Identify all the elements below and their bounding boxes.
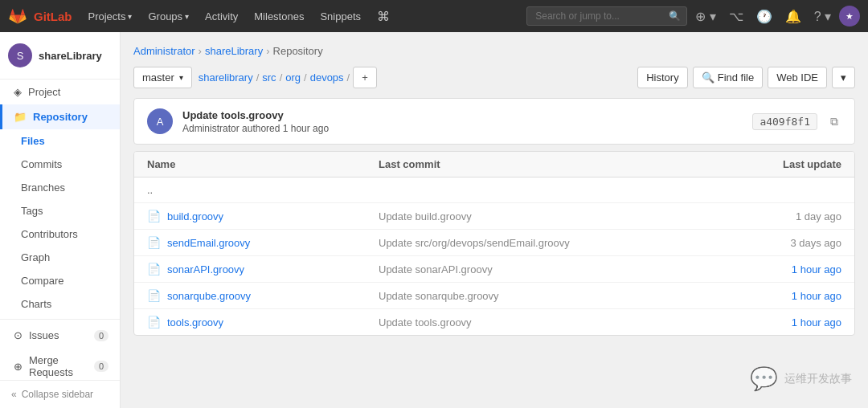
clock-icon[interactable]: 🕐	[751, 6, 777, 27]
file-commit-msg: Update sonarAPI.groovy	[379, 263, 726, 275]
add-file-button[interactable]: +	[353, 67, 377, 88]
avatar: S	[8, 43, 32, 67]
file-icon: 📄	[147, 210, 161, 222]
breadcrumb: Administrator › shareLibrary › Repositor…	[133, 45, 855, 57]
file-last-update: 3 days ago	[726, 237, 841, 249]
file-icon: 📄	[147, 263, 161, 275]
sidebar-item-issues[interactable]: ⊙ Issues 0	[0, 323, 120, 348]
milestones-link[interactable]: Milestones	[248, 7, 310, 26]
sidebar-subitem-branches[interactable]: Branches	[0, 176, 120, 199]
path-sep-2: /	[304, 71, 307, 84]
projects-menu[interactable]: Projects ▾	[82, 7, 139, 26]
sidebar-subitem-contributors[interactable]: Contributors	[0, 222, 120, 246]
issues-badge: 0	[94, 330, 108, 341]
path-sep-1: /	[280, 71, 283, 84]
more-options-button[interactable]: ▾	[832, 67, 855, 88]
repository-icon: 📁	[14, 111, 27, 123]
project-icon: ◈	[14, 86, 22, 98]
parent-dir-link[interactable]: ..	[147, 184, 379, 196]
history-button[interactable]: History	[637, 67, 687, 88]
bell-icon[interactable]: 🔔	[780, 6, 806, 27]
gitlab-logo[interactable]	[8, 6, 27, 26]
path-sep-3: /	[347, 71, 350, 84]
file-name-link[interactable]: 📄 sonarqube.groovy	[147, 289, 379, 302]
sidebar-subitem-graph[interactable]: Graph	[0, 246, 120, 269]
sidebar-item-project[interactable]: ◈ Project	[0, 80, 120, 104]
graph-icon-btn[interactable]: ⌘	[371, 6, 396, 27]
breadcrumb-admin[interactable]: Administrator	[133, 45, 195, 57]
merge-badge: 0	[94, 361, 108, 372]
sidebar-username: shareLibrary	[39, 50, 102, 62]
find-file-button[interactable]: 🔍 Find file	[693, 67, 764, 88]
sidebar-subitem-compare[interactable]: Compare	[0, 269, 120, 292]
help-icon[interactable]: ? ▾	[809, 6, 836, 27]
file-table: Name Last commit Last update .. 📄 build.…	[133, 151, 855, 336]
path-part-0[interactable]: sharelibrary	[199, 71, 253, 84]
file-name-link[interactable]: 📄 tools.groovy	[147, 316, 379, 328]
issues-icon: ⊙	[14, 329, 23, 341]
file-name-link[interactable]: 📄 sendEmail.groovy	[147, 236, 379, 249]
file-table-header: Name Last commit Last update	[134, 152, 854, 177]
path-part-1[interactable]: src	[262, 71, 276, 84]
gitlab-text: GitLab	[34, 10, 72, 23]
collapse-sidebar-button[interactable]: « Collapse sidebar	[0, 380, 120, 408]
sidebar-subitem-commits[interactable]: Commits	[0, 153, 120, 176]
sidebar-subitem-files[interactable]: Files	[0, 129, 120, 153]
chevron-down-icon: ▾	[128, 12, 132, 21]
chevron-down-icon: ▾	[179, 73, 183, 82]
file-name-link[interactable]: 📄 sonarAPI.groovy	[147, 263, 379, 275]
table-row: 📄 sendEmail.groovy Update src/org/devops…	[134, 230, 854, 256]
file-last-update: 1 hour ago	[726, 263, 841, 275]
terminal-icon[interactable]: ⌥	[724, 6, 748, 27]
table-row: 📄 sonarqube.groovy Update sonarqube.groo…	[134, 283, 854, 309]
file-commit-msg: Update src/org/devops/sendEmail.groovy	[379, 237, 726, 249]
breadcrumb-current: Repository	[273, 45, 323, 57]
commit-author: Administrator	[182, 123, 240, 134]
commit-info: Update tools.groovy Administrator author…	[182, 109, 743, 134]
branch-selector[interactable]: master ▾	[133, 67, 192, 88]
sidebar-item-repository[interactable]: 📁 Repository	[0, 104, 120, 129]
breadcrumb-sep-2: ›	[266, 45, 269, 57]
table-row: 📄 sonarAPI.groovy Update sonarAPI.groovy…	[134, 256, 854, 283]
file-name-link[interactable]: 📄 build.groovy	[147, 210, 379, 222]
search-icon: 🔍	[669, 10, 681, 22]
chevron-down-icon: ▾	[185, 12, 189, 21]
table-row: 📄 build.groovy Update build.groovy 1 day…	[134, 203, 854, 230]
path-sep-0: /	[256, 71, 260, 84]
snippets-link[interactable]: Snippets	[313, 7, 367, 26]
commit-hash: a409f8f1	[752, 113, 817, 130]
chevron-down-icon: ▾	[841, 71, 846, 84]
path-navigator: sharelibrary / src / org / devops / +	[199, 67, 632, 88]
chevron-left-icon: «	[11, 389, 17, 400]
search-icon: 🔍	[702, 71, 714, 84]
web-ide-button[interactable]: Web IDE	[768, 67, 827, 88]
main-content: Administrator › shareLibrary › Repositor…	[121, 32, 868, 408]
breadcrumb-sep-1: ›	[199, 45, 202, 57]
file-icon: 📄	[147, 316, 161, 328]
sidebar-subitem-tags[interactable]: Tags	[0, 199, 120, 222]
file-icon: 📄	[147, 289, 161, 302]
commit-title[interactable]: Update tools.groovy	[182, 109, 743, 121]
file-icon: 📄	[147, 236, 161, 249]
activity-link[interactable]: Activity	[199, 7, 244, 26]
toolbar-right-actions: History 🔍 Find file Web IDE ▾	[637, 67, 855, 88]
file-last-update: 1 hour ago	[726, 316, 841, 328]
commit-meta: Administrator authored 1 hour ago	[182, 123, 743, 134]
breadcrumb-project[interactable]: shareLibrary	[205, 45, 263, 57]
path-part-2[interactable]: org	[285, 71, 301, 84]
sidebar-subitem-charts[interactable]: Charts	[0, 292, 120, 316]
plus-icon[interactable]: ⊕ ▾	[690, 6, 720, 27]
commit-avatar: A	[147, 108, 173, 134]
path-part-3[interactable]: devops	[310, 71, 344, 84]
col-name-header: Name	[147, 158, 379, 170]
col-update-header: Last update	[726, 158, 841, 170]
file-last-update: 1 hour ago	[726, 290, 841, 302]
user-avatar[interactable]: ★	[839, 6, 860, 27]
search-input[interactable]	[526, 6, 687, 26]
copy-hash-button[interactable]: ⧉	[827, 113, 841, 130]
file-commit-msg: Update tools.groovy	[379, 316, 726, 328]
groups-menu[interactable]: Groups ▾	[141, 7, 195, 26]
col-commit-header: Last commit	[379, 158, 726, 170]
sidebar: S shareLibrary ◈ Project 📁 Repository Fi…	[0, 32, 121, 408]
commit-verb: authored	[242, 123, 280, 134]
